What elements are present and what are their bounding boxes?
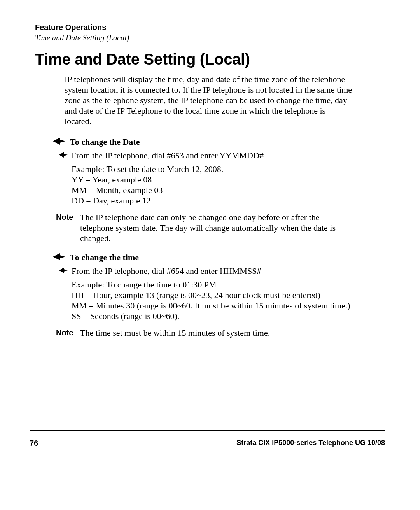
procedure-step: From the IP telephone, dial #653 and ent… — [65, 150, 354, 161]
svg-marker-0 — [53, 138, 65, 145]
arrow-icon — [53, 138, 65, 145]
example-block: Example: To set the date to March 12, 20… — [72, 164, 354, 206]
page-number: 76 — [30, 439, 38, 448]
svg-marker-2 — [53, 253, 65, 260]
arrow-icon — [53, 253, 65, 260]
example-line-yy: YY = Year, example 08 — [72, 174, 354, 185]
example-block: Example: To change the time to 01:30 PM … — [72, 279, 354, 321]
body: IP telephones will display the time, day… — [35, 74, 354, 347]
step-text: From the IP telephone, dial #654 and ent… — [72, 266, 261, 276]
example-line-mm: MM = Month, example 03 — [72, 185, 354, 195]
note-text: The time set must be within 15 minutes o… — [80, 328, 270, 338]
procedure-title: To change the time — [70, 252, 139, 262]
note-block: Note The time set must be within 15 minu… — [56, 328, 354, 338]
left-rule — [30, 24, 30, 436]
example-line-dd: DD = Day, example 12 — [72, 195, 354, 206]
example-line-hh: HH = Hour, example 13 (range is 00~23, 2… — [72, 290, 354, 300]
procedure-step: From the IP telephone, dial #654 and ent… — [65, 266, 354, 276]
intro-paragraph: IP telephones will display the time, day… — [65, 74, 354, 126]
example-line-ss: SS = Seconds (range is 00~60). — [72, 311, 354, 321]
note-block: Note The IP telephone date can only be c… — [56, 212, 354, 244]
procedure-heading-time: To change the time — [58, 252, 354, 263]
step-arrow-icon — [59, 152, 68, 158]
footer: 76 Strata CIX IP5000-series Telephone UG… — [30, 439, 385, 448]
page-title: Time and Date Setting (Local) — [35, 51, 250, 68]
note-label: Note — [56, 212, 73, 223]
step-arrow-icon — [59, 268, 68, 273]
note-text: The IP telephone date can only be change… — [80, 212, 336, 243]
example-title: Example: To set the date to March 12, 20… — [72, 164, 354, 174]
header-section: Time and Date Setting (Local) — [35, 33, 129, 43]
footer-rule — [30, 430, 385, 431]
procedure-title: To change the Date — [70, 137, 140, 147]
procedure-heading-date: To change the Date — [58, 137, 354, 147]
example-title: Example: To change the time to 01:30 PM — [72, 279, 354, 290]
step-text: From the IP telephone, dial #653 and ent… — [72, 151, 264, 160]
example-line-mm: MM = Minutes 30 (range is 00~60. It must… — [72, 300, 354, 311]
header-chapter: Feature Operations — [35, 22, 129, 33]
svg-marker-1 — [59, 152, 68, 158]
running-header: Feature Operations Time and Date Setting… — [35, 22, 129, 43]
footer-doc: Strata CIX IP5000-series Telephone UG 10… — [236, 439, 385, 448]
page: Feature Operations Time and Date Setting… — [0, 0, 420, 510]
svg-marker-3 — [59, 268, 68, 273]
note-label: Note — [56, 328, 73, 338]
